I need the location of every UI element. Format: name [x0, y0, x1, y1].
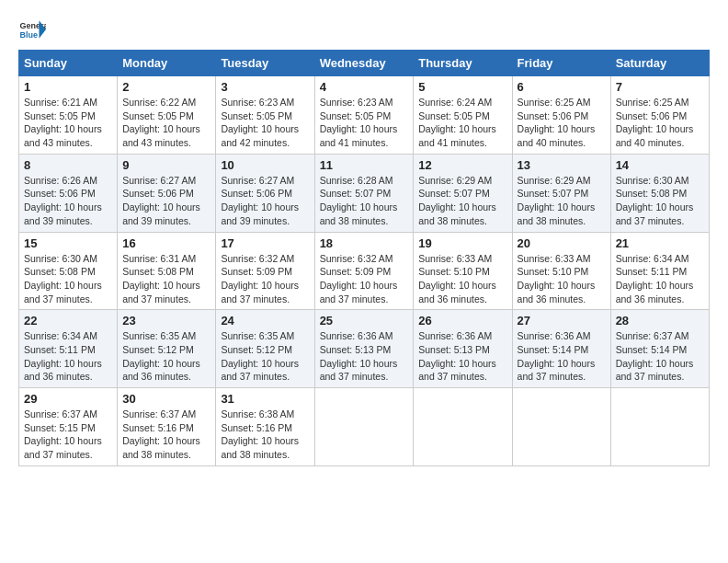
- day-info: Sunrise: 6:37 AMSunset: 5:16 PMDaylight:…: [122, 408, 210, 462]
- day-info: Sunrise: 6:30 AMSunset: 5:08 PMDaylight:…: [616, 174, 704, 228]
- day-number: 13: [518, 158, 606, 172]
- calendar-cell: 7Sunrise: 6:25 AMSunset: 5:06 PMDaylight…: [610, 76, 709, 155]
- day-number: 8: [24, 158, 112, 172]
- day-number: 25: [320, 314, 409, 327]
- calendar-cell: 28Sunrise: 6:37 AMSunset: 5:14 PMDayligh…: [610, 310, 709, 388]
- week-row-1: 1Sunrise: 6:21 AMSunset: 5:05 PMDaylight…: [19, 76, 710, 155]
- day-info: Sunrise: 6:23 AMSunset: 5:05 PMDaylight:…: [221, 96, 309, 150]
- day-info: Sunrise: 6:27 AMSunset: 5:06 PMDaylight:…: [221, 174, 309, 228]
- day-number: 4: [320, 80, 409, 94]
- week-row-4: 22Sunrise: 6:34 AMSunset: 5:11 PMDayligh…: [19, 310, 710, 388]
- calendar-cell: 4Sunrise: 6:23 AMSunset: 5:05 PMDaylight…: [314, 76, 414, 155]
- calendar-cell: 31Sunrise: 6:38 AMSunset: 5:16 PMDayligh…: [216, 388, 314, 466]
- day-info: Sunrise: 6:29 AMSunset: 5:07 PMDaylight:…: [418, 174, 506, 228]
- day-info: Sunrise: 6:33 AMSunset: 5:10 PMDaylight:…: [518, 252, 606, 306]
- calendar-cell: [512, 388, 610, 466]
- day-number: 5: [418, 80, 506, 94]
- calendar-cell: 10Sunrise: 6:27 AMSunset: 5:06 PMDayligh…: [216, 154, 314, 232]
- day-number: 30: [122, 392, 210, 406]
- calendar-cell: 6Sunrise: 6:25 AMSunset: 5:06 PMDaylight…: [512, 76, 610, 155]
- calendar-cell: 5Sunrise: 6:24 AMSunset: 5:05 PMDaylight…: [414, 76, 512, 155]
- calendar-table: SundayMondayTuesdayWednesdayThursdayFrid…: [18, 50, 710, 466]
- day-number: 6: [518, 80, 606, 94]
- day-info: Sunrise: 6:21 AMSunset: 5:05 PMDaylight:…: [24, 96, 112, 150]
- day-info: Sunrise: 6:38 AMSunset: 5:16 PMDaylight:…: [221, 408, 309, 462]
- day-number: 10: [221, 158, 309, 172]
- calendar-cell: 26Sunrise: 6:36 AMSunset: 5:13 PMDayligh…: [414, 310, 512, 388]
- day-info: Sunrise: 6:32 AMSunset: 5:09 PMDaylight:…: [221, 252, 309, 306]
- logo: General Blue: [18, 18, 46, 40]
- day-info: Sunrise: 6:29 AMSunset: 5:07 PMDaylight:…: [518, 174, 606, 228]
- day-number: 17: [221, 236, 309, 250]
- calendar-cell: 21Sunrise: 6:34 AMSunset: 5:11 PMDayligh…: [610, 232, 709, 310]
- calendar-cell: 24Sunrise: 6:35 AMSunset: 5:12 PMDayligh…: [216, 310, 314, 388]
- day-number: 27: [518, 314, 606, 327]
- day-info: Sunrise: 6:36 AMSunset: 5:14 PMDaylight:…: [518, 329, 606, 384]
- calendar-cell: 29Sunrise: 6:37 AMSunset: 5:15 PMDayligh…: [19, 388, 118, 466]
- calendar-cell: 17Sunrise: 6:32 AMSunset: 5:09 PMDayligh…: [216, 232, 314, 310]
- header-row: SundayMondayTuesdayWednesdayThursdayFrid…: [19, 51, 710, 76]
- calendar-cell: 19Sunrise: 6:33 AMSunset: 5:10 PMDayligh…: [414, 232, 512, 310]
- calendar-cell: 25Sunrise: 6:36 AMSunset: 5:13 PMDayligh…: [314, 310, 414, 388]
- day-number: 28: [616, 314, 704, 327]
- day-info: Sunrise: 6:24 AMSunset: 5:05 PMDaylight:…: [418, 96, 506, 150]
- calendar-cell: [314, 388, 414, 466]
- day-number: 29: [24, 392, 112, 406]
- day-number: 9: [122, 158, 210, 172]
- day-info: Sunrise: 6:22 AMSunset: 5:05 PMDaylight:…: [122, 96, 210, 150]
- day-info: Sunrise: 6:30 AMSunset: 5:08 PMDaylight:…: [24, 252, 112, 306]
- day-number: 24: [221, 314, 309, 327]
- calendar-cell: 30Sunrise: 6:37 AMSunset: 5:16 PMDayligh…: [118, 388, 216, 466]
- calendar-cell: 3Sunrise: 6:23 AMSunset: 5:05 PMDaylight…: [216, 76, 314, 155]
- calendar-cell: [414, 388, 512, 466]
- calendar-cell: 22Sunrise: 6:34 AMSunset: 5:11 PMDayligh…: [19, 310, 118, 388]
- calendar-cell: 9Sunrise: 6:27 AMSunset: 5:06 PMDaylight…: [118, 154, 216, 232]
- calendar-cell: 23Sunrise: 6:35 AMSunset: 5:12 PMDayligh…: [118, 310, 216, 388]
- day-info: Sunrise: 6:32 AMSunset: 5:09 PMDaylight:…: [320, 252, 409, 306]
- calendar-cell: 27Sunrise: 6:36 AMSunset: 5:14 PMDayligh…: [512, 310, 610, 388]
- day-number: 14: [616, 158, 704, 172]
- svg-text:Blue: Blue: [20, 30, 39, 40]
- week-row-5: 29Sunrise: 6:37 AMSunset: 5:15 PMDayligh…: [19, 388, 710, 466]
- day-number: 21: [616, 236, 704, 250]
- day-number: 18: [320, 236, 409, 250]
- day-number: 3: [221, 80, 309, 94]
- day-info: Sunrise: 6:25 AMSunset: 5:06 PMDaylight:…: [616, 96, 704, 150]
- day-number: 20: [518, 236, 606, 250]
- header: General Blue: [18, 18, 710, 40]
- calendar-cell: 11Sunrise: 6:28 AMSunset: 5:07 PMDayligh…: [314, 154, 414, 232]
- day-number: 23: [122, 314, 210, 327]
- header-day-thursday: Thursday: [414, 51, 512, 76]
- header-day-saturday: Saturday: [610, 51, 709, 76]
- day-number: 12: [418, 158, 506, 172]
- day-info: Sunrise: 6:35 AMSunset: 5:12 PMDaylight:…: [221, 329, 309, 384]
- day-number: 2: [122, 80, 210, 94]
- day-info: Sunrise: 6:33 AMSunset: 5:10 PMDaylight:…: [418, 252, 506, 306]
- day-number: 22: [24, 314, 112, 327]
- day-number: 1: [24, 80, 112, 94]
- day-number: 15: [24, 236, 112, 250]
- calendar-cell: 14Sunrise: 6:30 AMSunset: 5:08 PMDayligh…: [610, 154, 709, 232]
- day-number: 11: [320, 158, 409, 172]
- header-day-friday: Friday: [512, 51, 610, 76]
- day-info: Sunrise: 6:36 AMSunset: 5:13 PMDaylight:…: [320, 329, 409, 384]
- day-info: Sunrise: 6:28 AMSunset: 5:07 PMDaylight:…: [320, 174, 409, 228]
- day-number: 26: [418, 314, 506, 327]
- day-info: Sunrise: 6:34 AMSunset: 5:11 PMDaylight:…: [24, 329, 112, 384]
- calendar-cell: 12Sunrise: 6:29 AMSunset: 5:07 PMDayligh…: [414, 154, 512, 232]
- day-info: Sunrise: 6:26 AMSunset: 5:06 PMDaylight:…: [24, 174, 112, 228]
- header-day-sunday: Sunday: [19, 51, 118, 76]
- day-info: Sunrise: 6:36 AMSunset: 5:13 PMDaylight:…: [418, 329, 506, 384]
- day-info: Sunrise: 6:34 AMSunset: 5:11 PMDaylight:…: [616, 252, 704, 306]
- day-info: Sunrise: 6:37 AMSunset: 5:14 PMDaylight:…: [616, 329, 704, 384]
- calendar-cell: [610, 388, 709, 466]
- calendar-cell: 20Sunrise: 6:33 AMSunset: 5:10 PMDayligh…: [512, 232, 610, 310]
- calendar-cell: 8Sunrise: 6:26 AMSunset: 5:06 PMDaylight…: [19, 154, 118, 232]
- day-info: Sunrise: 6:27 AMSunset: 5:06 PMDaylight:…: [122, 174, 210, 228]
- week-row-2: 8Sunrise: 6:26 AMSunset: 5:06 PMDaylight…: [19, 154, 710, 232]
- day-number: 31: [221, 392, 309, 406]
- day-info: Sunrise: 6:31 AMSunset: 5:08 PMDaylight:…: [122, 252, 210, 306]
- calendar-cell: 18Sunrise: 6:32 AMSunset: 5:09 PMDayligh…: [314, 232, 414, 310]
- day-number: 19: [418, 236, 506, 250]
- calendar-cell: 1Sunrise: 6:21 AMSunset: 5:05 PMDaylight…: [19, 76, 118, 155]
